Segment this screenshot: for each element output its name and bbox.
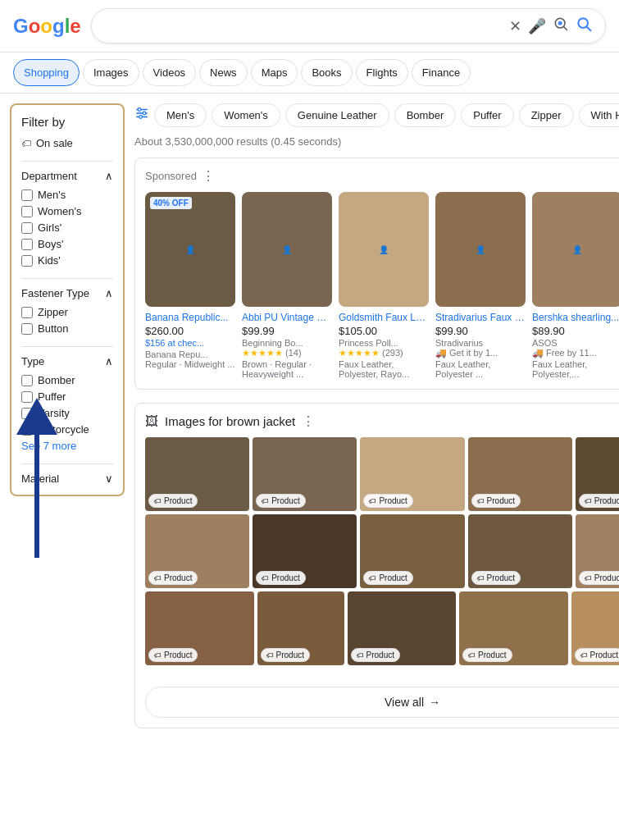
image-cell-1[interactable]: 🏷 Product bbox=[145, 437, 249, 511]
images-section-header: 🖼 Images for brown jacket ⋮ bbox=[145, 413, 619, 429]
filter-puffer[interactable]: Puffer bbox=[21, 390, 113, 403]
badge-tag-icon-15: 🏷 bbox=[580, 651, 588, 660]
search-input[interactable]: brown jacket bbox=[105, 19, 503, 34]
badge-tag-icon-6: 🏷 bbox=[154, 574, 162, 582]
type-header[interactable]: Type ∧ bbox=[21, 355, 113, 368]
feedback-text[interactable]: Feedback bbox=[145, 669, 619, 678]
badge-tag-icon-2: 🏷 bbox=[262, 497, 269, 505]
view-all-button[interactable]: View all → bbox=[145, 687, 619, 718]
product-image-1: 40% OFF 👤 bbox=[145, 192, 235, 307]
filter-kids[interactable]: Kids' bbox=[21, 254, 113, 267]
see-more-link[interactable]: See 7 more bbox=[21, 440, 113, 452]
chip-genuine-leather[interactable]: Genuine Leather bbox=[285, 103, 389, 127]
chip-with-hood[interactable]: With Hood bbox=[579, 103, 619, 127]
voice-search-button[interactable]: 🎤 bbox=[528, 17, 546, 35]
filter-bomber[interactable]: Bomber bbox=[21, 374, 113, 386]
filter-sidebar: Filter by 🏷 On sale Department ∧ Men's W… bbox=[10, 103, 125, 496]
product-rating-3: ★★★★★ (293) bbox=[339, 348, 429, 358]
filter-girls[interactable]: Girls' bbox=[21, 221, 113, 234]
product-card-4[interactable]: 👤 Stradivarius Faux Leather... $99.90 St… bbox=[435, 192, 526, 379]
filter-mens[interactable]: Men's bbox=[21, 189, 113, 201]
badge-label-5: Product bbox=[594, 496, 619, 505]
image-cell-15[interactable]: 🏷 Product bbox=[571, 591, 619, 665]
image-cell-2[interactable]: 🏷 Product bbox=[253, 437, 357, 511]
material-label: Material bbox=[21, 472, 59, 485]
product-title-4: Stradivarius Faux Leather... bbox=[435, 312, 526, 323]
images-area: 🖼 Images for brown jacket ⋮ 🏷 Product bbox=[134, 403, 619, 728]
product-title-2: Abbi PU Vintage Brow... bbox=[242, 312, 332, 323]
svg-point-1 bbox=[558, 21, 562, 25]
image-cell-13[interactable]: 🏷 Product bbox=[348, 591, 457, 665]
product-badge-8: 🏷 Product bbox=[363, 571, 412, 585]
filter-boys[interactable]: Boys' bbox=[21, 238, 113, 250]
badge-tag-icon-9: 🏷 bbox=[477, 574, 485, 582]
material-header[interactable]: Material ∨ bbox=[21, 472, 113, 485]
on-sale-filter[interactable]: 🏷 On sale bbox=[21, 137, 113, 149]
svg-line-4 bbox=[587, 27, 591, 31]
tab-finance[interactable]: Finance bbox=[412, 59, 471, 86]
image-cell-9[interactable]: 🏷 Product bbox=[468, 514, 572, 588]
filter-chips-row: Men's Women's Genuine Leather Bomber Puf… bbox=[134, 103, 619, 127]
department-collapse-icon: ∧ bbox=[105, 170, 113, 182]
product-price-2: $99.99 bbox=[242, 325, 332, 337]
tab-books[interactable]: Books bbox=[301, 59, 352, 86]
fastener-header[interactable]: Fastener Type ∧ bbox=[21, 287, 113, 299]
chip-womens[interactable]: Women's bbox=[212, 103, 280, 127]
image-cell-4[interactable]: 🏷 Product bbox=[468, 437, 572, 511]
product-card-1[interactable]: 40% OFF 👤 Banana Republic... $260.00 $15… bbox=[145, 192, 235, 379]
image-cell-6[interactable]: 🏷 Product bbox=[145, 514, 249, 588]
search-submit-button[interactable] bbox=[576, 16, 592, 36]
product-delivery-5: 🚚 Free by 11... bbox=[532, 348, 619, 358]
product-badge-1: 🏷 Product bbox=[148, 494, 198, 508]
product-price-3: $105.00 bbox=[339, 325, 429, 337]
clear-search-button[interactable]: ✕ bbox=[509, 17, 521, 35]
filter-options-button[interactable] bbox=[134, 106, 149, 125]
tab-news[interactable]: News bbox=[199, 59, 248, 86]
product-badge-5: 🏷 Product bbox=[579, 494, 619, 508]
product-card-2[interactable]: 👤 Abbi PU Vintage Brow... $99.99 Beginni… bbox=[242, 192, 332, 379]
tab-images[interactable]: Images bbox=[83, 59, 139, 86]
image-cell-8[interactable]: 🏷 Product bbox=[360, 514, 464, 588]
tab-shopping[interactable]: Shopping bbox=[13, 59, 80, 86]
tab-flights[interactable]: Flights bbox=[356, 59, 408, 86]
image-cell-14[interactable]: 🏷 Product bbox=[459, 591, 568, 665]
chip-mens[interactable]: Men's bbox=[154, 103, 207, 127]
product-title-1: Banana Republic... bbox=[145, 312, 235, 323]
chip-bomber[interactable]: Bomber bbox=[394, 103, 457, 127]
chip-zipper[interactable]: Zipper bbox=[519, 103, 574, 127]
department-header[interactable]: Department ∧ bbox=[21, 170, 113, 182]
image-cell-7[interactable]: 🏷 Product bbox=[253, 514, 357, 588]
image-cell-5[interactable]: 🏷 Product bbox=[576, 437, 619, 511]
badge-tag-icon-7: 🏷 bbox=[262, 574, 269, 582]
image-cell-3[interactable]: 🏷 Product bbox=[360, 437, 464, 511]
badge-label-7: Product bbox=[271, 573, 299, 582]
filter-zipper[interactable]: Zipper bbox=[21, 306, 113, 318]
image-cell-11[interactable]: 🏷 Product bbox=[145, 591, 254, 665]
filter-womens[interactable]: Women's bbox=[21, 205, 113, 217]
badge-label-15: Product bbox=[590, 651, 618, 660]
badge-label-10: Product bbox=[594, 573, 619, 582]
product-image-4: 👤 bbox=[435, 192, 526, 307]
product-seller-5: ASOS bbox=[532, 338, 619, 348]
images-options-button[interactable]: ⋮ bbox=[302, 413, 315, 429]
chip-puffer[interactable]: Puffer bbox=[461, 103, 513, 127]
fastener-filter: Fastener Type ∧ Zipper Button bbox=[21, 287, 113, 335]
type-label: Type bbox=[21, 355, 44, 368]
lens-search-button[interactable] bbox=[553, 16, 569, 36]
image-cell-10[interactable]: 🏷 Product bbox=[576, 514, 619, 588]
tab-maps[interactable]: Maps bbox=[251, 59, 298, 86]
filter-varsity[interactable]: Varsity bbox=[21, 407, 113, 419]
product-title-5: Bershka shearling... bbox=[532, 312, 619, 323]
product-card-5[interactable]: 👤 Bershka shearling... $89.90 ASOS 🚚 Fre… bbox=[532, 192, 619, 379]
image-row-3: 🏷 Product 🏷 Product 🏷 Product bbox=[145, 591, 619, 665]
products-row: 40% OFF 👤 Banana Republic... $260.00 $15… bbox=[145, 192, 619, 379]
image-cell-12[interactable]: 🏷 Product bbox=[257, 591, 344, 665]
tab-videos[interactable]: Videos bbox=[143, 59, 197, 86]
product-price-5: $89.90 bbox=[532, 325, 619, 337]
type-collapse-icon: ∧ bbox=[105, 355, 113, 368]
badge-label-8: Product bbox=[379, 573, 407, 582]
sponsored-options-button[interactable]: ⋮ bbox=[202, 168, 215, 184]
product-card-3[interactable]: 👤 Goldsmith Faux Leather... $105.00 Prin… bbox=[339, 192, 429, 379]
filter-button[interactable]: Button bbox=[21, 322, 113, 335]
filter-motorcycle[interactable]: Motorcycle bbox=[21, 423, 113, 436]
